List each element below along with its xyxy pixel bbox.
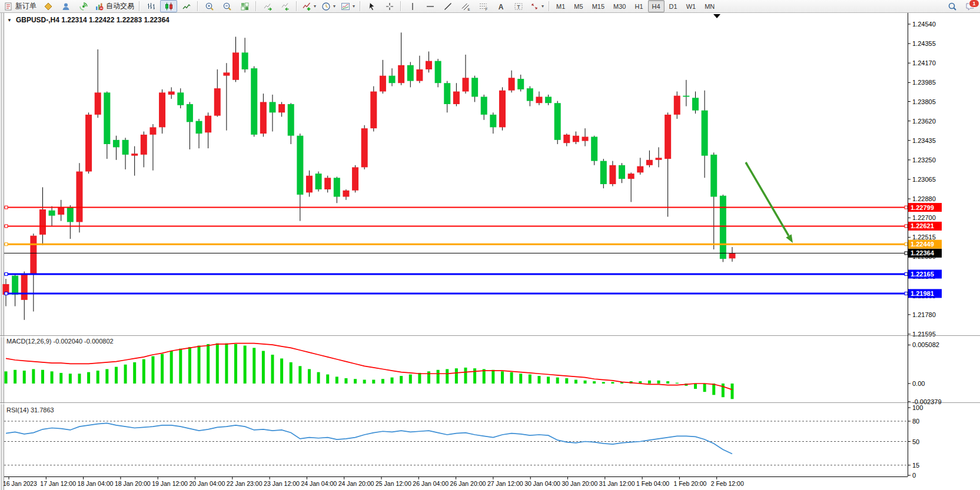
- line-anchor-handle[interactable]: [5, 225, 8, 228]
- text-button[interactable]: A: [492, 0, 509, 12]
- macd-indicator-label[interactable]: MACD(12,26,9) -0.002040 -0.000802: [6, 338, 114, 345]
- tile-icon: [240, 2, 250, 11]
- periods-button[interactable]: ▾: [319, 0, 338, 12]
- crosshair-icon: [385, 2, 394, 11]
- line-anchor-handle[interactable]: [5, 292, 8, 295]
- crosshair-button[interactable]: [381, 0, 398, 12]
- macd-histogram-bar: [59, 373, 62, 384]
- horizontal-line-button[interactable]: [421, 0, 438, 12]
- macd-histogram-bar: [547, 376, 550, 384]
- fibonacci-button[interactable]: F: [474, 0, 491, 12]
- vertical-line-button[interactable]: [404, 0, 421, 12]
- auto-scroll-button[interactable]: [259, 0, 276, 12]
- templates-button[interactable]: ▾: [338, 0, 357, 12]
- macd-histogram-bar: [473, 368, 476, 384]
- price-line-label: 1.22799: [911, 204, 934, 211]
- one-click-trading-toggle[interactable]: ▼: [7, 18, 12, 23]
- candle: [398, 65, 404, 83]
- time-tick-label: 20 Jan 04:00: [190, 480, 225, 487]
- toolbar-separator: [360, 1, 361, 11]
- macd-histogram-bar: [308, 369, 311, 384]
- macd-histogram-bar: [584, 381, 587, 384]
- macd-histogram-bar: [730, 384, 733, 399]
- macd-histogram-bar: [51, 371, 54, 384]
- time-tick-label: 18 Jan 04:00: [78, 480, 114, 487]
- rsi-indicator-label[interactable]: RSI(14) 31.7863: [6, 406, 54, 414]
- signals-button[interactable]: [75, 0, 92, 12]
- auto-trading-button[interactable]: 自动交易: [92, 0, 137, 12]
- candle: [168, 92, 175, 95]
- macd-histogram-bar: [161, 354, 164, 384]
- toolbar-separator: [296, 1, 297, 11]
- text-label-button[interactable]: T: [510, 0, 527, 12]
- timeframe-h1-button[interactable]: H1: [630, 0, 647, 12]
- macd-histogram-bar: [537, 376, 540, 384]
- time-tick-label: 18 Jan 20:00: [115, 480, 151, 487]
- search-button[interactable]: [944, 0, 961, 12]
- line-anchor-handle[interactable]: [5, 206, 8, 209]
- candle: [490, 115, 496, 127]
- candle: [646, 160, 653, 165]
- price-tick-label: 1.24170: [912, 59, 936, 66]
- bar-chart-button[interactable]: [142, 0, 160, 12]
- macd-histogram-bar: [418, 373, 421, 384]
- macd-histogram-bar: [244, 346, 247, 384]
- indicators-button[interactable]: ▾: [300, 0, 318, 12]
- time-tick-label: 1 Feb 20:00: [673, 480, 706, 487]
- equidistant-channel-button[interactable]: E: [457, 0, 474, 12]
- cursor-button[interactable]: [363, 0, 380, 12]
- line-axis-handle: [905, 273, 908, 276]
- timeframe-m15-button[interactable]: M15: [588, 0, 609, 12]
- candle: [619, 165, 625, 179]
- candle: [416, 69, 423, 81]
- clock-icon: [321, 2, 331, 11]
- profile-button[interactable]: [57, 0, 74, 12]
- new-order-button[interactable]: 新订单: [2, 0, 39, 12]
- candle: [463, 78, 469, 91]
- timeframe-m5-button[interactable]: M5: [570, 0, 587, 12]
- macd-histogram-bar: [354, 379, 357, 384]
- timeframe-m30-button[interactable]: M30: [609, 0, 630, 12]
- zoom-out-button[interactable]: [218, 0, 235, 12]
- macd-histogram-bar: [483, 369, 486, 384]
- chevron-down-icon: ▾: [333, 4, 335, 9]
- line-anchor-handle[interactable]: [5, 273, 8, 276]
- candle: [49, 211, 55, 216]
- text-icon: A: [496, 2, 506, 11]
- hline-icon: [426, 2, 435, 11]
- macd-histogram-bar: [657, 381, 660, 384]
- timeframe-w1-button[interactable]: W1: [682, 0, 700, 12]
- zoom-in-button[interactable]: [201, 0, 218, 12]
- chart-shift-button[interactable]: [277, 0, 294, 12]
- macd-histogram-bar: [133, 362, 136, 384]
- macd-histogram-bar: [556, 378, 559, 384]
- timeframe-d1-button[interactable]: D1: [665, 0, 682, 12]
- timeframe-mn-button[interactable]: MN: [700, 0, 719, 12]
- auto-trading-button-label: 自动交易: [106, 1, 134, 11]
- macd-histogram-bar: [78, 374, 81, 384]
- gold-symbol-button[interactable]: [39, 0, 57, 12]
- candlestick-chart-button[interactable]: [160, 0, 177, 12]
- macd-histogram-bar: [290, 362, 293, 384]
- macd-histogram-bar: [298, 366, 301, 384]
- price-tick-label: 1.22515: [912, 234, 936, 241]
- timeframe-h4-button[interactable]: H4: [648, 0, 665, 12]
- arrows-button[interactable]: ▾: [527, 0, 546, 12]
- trendline-button[interactable]: [439, 0, 456, 12]
- notification-badge: 1: [969, 0, 979, 8]
- line-anchor-handle[interactable]: [5, 243, 8, 246]
- macd-histogram-bar: [326, 375, 329, 384]
- chart-surface[interactable]: [4, 14, 908, 336]
- timeframe-m1-button[interactable]: M1: [552, 0, 569, 12]
- macd-histogram-bar: [666, 381, 669, 384]
- tile-windows-button[interactable]: [236, 0, 253, 12]
- candle: [67, 207, 74, 222]
- macd-histogram-bar: [14, 370, 16, 384]
- macd-histogram-bar: [409, 375, 412, 384]
- mt4-window: 1.245401.243551.241701.239851.238051.236…: [0, 0, 980, 490]
- notifications-button[interactable]: 1: [961, 0, 978, 12]
- macd-histogram-bar: [207, 344, 210, 384]
- candle: [609, 165, 616, 184]
- line-chart-button[interactable]: [178, 0, 195, 12]
- gold-icon: [44, 2, 53, 11]
